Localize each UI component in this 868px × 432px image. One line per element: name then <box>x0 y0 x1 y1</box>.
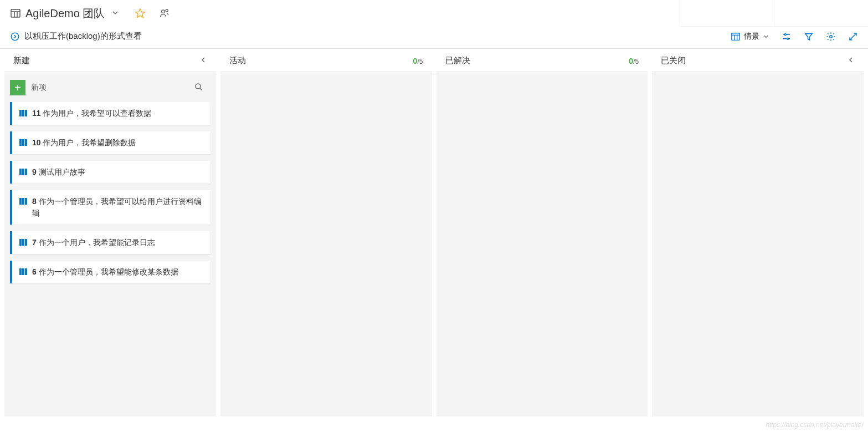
gear-icon[interactable] <box>826 32 836 42</box>
board-icon <box>10 8 21 19</box>
svg-rect-8 <box>732 33 739 40</box>
wip-counter: 0/5 <box>413 56 423 65</box>
column-title: 新建 <box>13 55 30 66</box>
svg-marker-4 <box>136 9 145 18</box>
svg-rect-21 <box>25 110 27 116</box>
svg-point-7 <box>11 33 19 40</box>
user-story-icon <box>19 267 28 278</box>
column-resolved: 已解决 0/5 <box>436 49 648 416</box>
card-title: 11 作为用户，我希望可以查看数据 <box>32 108 151 119</box>
svg-rect-29 <box>22 198 24 205</box>
svg-point-17 <box>196 84 201 89</box>
svg-rect-24 <box>25 139 27 146</box>
user-story-icon <box>19 109 28 119</box>
svg-rect-19 <box>19 110 22 116</box>
search-icon[interactable] <box>194 82 207 94</box>
column-body-new: + 新项 11 作为用户，我希望可以查看数据10 作为用户，我希望删除数据9 测… <box>4 72 216 416</box>
svg-rect-30 <box>25 198 27 205</box>
card-title: 6 作为一个管理员，我希望能修改某条数据 <box>32 266 178 278</box>
svg-rect-31 <box>19 239 22 246</box>
user-story-icon <box>19 238 28 248</box>
chevron-down-icon <box>763 33 769 40</box>
column-body-resolved[interactable] <box>436 72 648 416</box>
work-item-card[interactable]: 8 作为一个管理员，我希望可以给用户进行资料编辑 <box>10 190 210 225</box>
add-item-button[interactable]: + <box>10 80 25 95</box>
svg-rect-25 <box>19 169 22 175</box>
column-header-resolved: 已解决 0/5 <box>436 50 648 72</box>
wip-counter: 0/5 <box>629 56 639 65</box>
column-body-active[interactable] <box>220 72 432 416</box>
svg-rect-27 <box>25 169 27 175</box>
work-item-card[interactable]: 11 作为用户，我希望可以查看数据 <box>10 102 210 125</box>
svg-rect-34 <box>19 268 22 275</box>
svg-point-16 <box>830 35 833 38</box>
svg-point-13 <box>784 33 786 35</box>
settings-sliders-icon[interactable] <box>782 32 792 42</box>
column-header-new: 新建 <box>4 50 216 72</box>
work-item-card[interactable]: 9 测试用户故事 <box>10 161 210 184</box>
svg-point-6 <box>166 9 168 12</box>
team-members-icon[interactable] <box>157 6 172 21</box>
work-item-card[interactable]: 10 作为用户，我希望删除数据 <box>10 131 210 154</box>
svg-point-5 <box>162 10 165 13</box>
card-title: 10 作为用户，我希望删除数据 <box>32 137 136 149</box>
svg-rect-26 <box>22 169 24 175</box>
work-item-card[interactable]: 7 作为一个用户，我希望能记录日志 <box>10 231 210 254</box>
team-name[interactable]: AgileDemo 团队 <box>25 6 105 21</box>
svg-rect-36 <box>25 268 27 275</box>
card-id: 10 <box>32 138 41 147</box>
column-closed: 已关闭 <box>652 49 864 416</box>
svg-point-15 <box>787 38 789 39</box>
user-story-icon <box>19 167 28 178</box>
team-dropdown-chevron[interactable] <box>109 9 121 18</box>
column-active: 活动 0/5 <box>220 49 432 416</box>
column-title: 已关闭 <box>661 55 686 66</box>
scene-selector-label: 情景 <box>744 32 759 42</box>
sub-header: 以积压工作(backlog)的形式查看 情景 <box>0 24 868 49</box>
column-title: 已解决 <box>445 55 470 66</box>
card-id: 11 <box>32 109 41 118</box>
fullscreen-icon[interactable] <box>848 32 858 42</box>
svg-rect-22 <box>19 139 22 146</box>
work-item-card[interactable]: 6 作为一个管理员，我希望能修改某条数据 <box>10 261 210 283</box>
svg-rect-35 <box>22 268 24 275</box>
card-id: 7 <box>32 238 37 247</box>
new-item-row: + 新项 <box>10 78 210 102</box>
svg-rect-0 <box>11 9 20 17</box>
svg-rect-28 <box>19 198 22 205</box>
card-id: 8 <box>32 197 37 206</box>
svg-line-18 <box>200 88 202 90</box>
favorite-star-icon[interactable] <box>132 6 148 21</box>
column-header-closed: 已关闭 <box>652 50 864 72</box>
column-title: 活动 <box>229 55 246 66</box>
svg-rect-32 <box>22 239 24 246</box>
toolbar-right: 情景 <box>731 32 858 42</box>
view-as-backlog-text: 以积压工作(backlog)的形式查看 <box>24 31 142 42</box>
card-title: 8 作为一个管理员，我希望可以给用户进行资料编辑 <box>32 196 204 219</box>
view-as-backlog-link[interactable]: 以积压工作(backlog)的形式查看 <box>10 31 142 42</box>
top-right-placeholder <box>680 0 868 27</box>
card-title: 9 测试用户故事 <box>32 166 85 178</box>
user-story-icon <box>19 197 28 207</box>
column-header-active: 活动 0/5 <box>220 50 432 72</box>
collapse-icon[interactable] <box>199 56 207 65</box>
svg-rect-23 <box>22 139 24 146</box>
new-item-label[interactable]: 新项 <box>31 83 188 93</box>
svg-rect-20 <box>22 110 24 116</box>
collapse-icon[interactable] <box>847 56 855 65</box>
filter-icon[interactable] <box>804 32 814 42</box>
scene-selector[interactable]: 情景 <box>731 32 769 42</box>
svg-rect-33 <box>25 239 27 246</box>
user-story-icon <box>19 138 28 149</box>
kanban-board: 新建 + 新项 11 作为用户，我希望可以查看数据10 作为用户，我希望删除数据… <box>0 49 868 416</box>
column-body-closed[interactable] <box>652 72 864 416</box>
card-id: 6 <box>32 267 37 276</box>
column-new: 新建 + 新项 11 作为用户，我希望可以查看数据10 作为用户，我希望删除数据… <box>4 49 216 416</box>
card-title: 7 作为一个用户，我希望能记录日志 <box>32 237 155 248</box>
card-id: 9 <box>32 167 37 176</box>
